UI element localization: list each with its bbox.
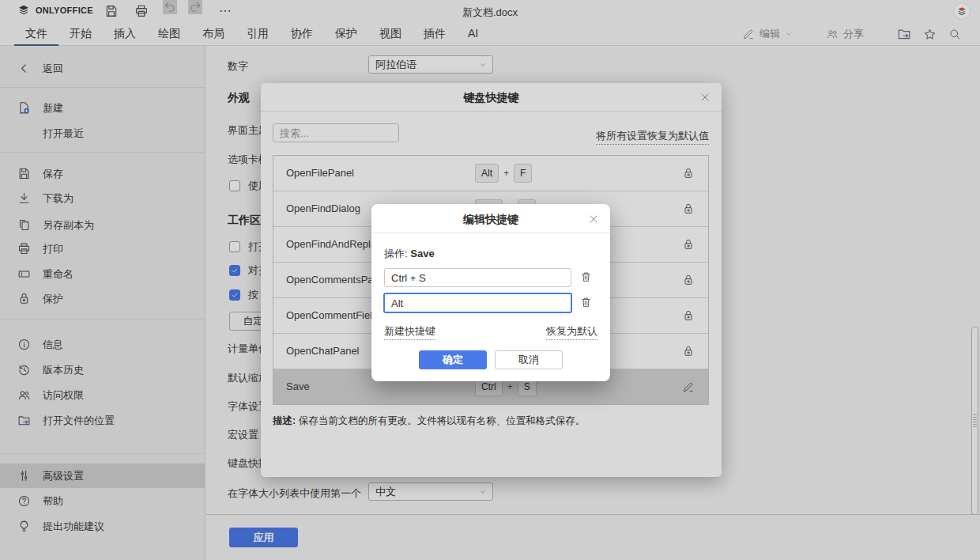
app-window: ONLYOFFICE 新文档.docx 文件 开始 插入 绘图 布局 引用 协作… bbox=[0, 0, 980, 560]
dialog-title: 编辑快捷键 bbox=[371, 213, 610, 227]
edit-shortcut-dialog: 编辑快捷键 操作: Save 新建快捷键 恢复为默认 确定 取消 bbox=[371, 204, 610, 381]
shortcut-input-2[interactable] bbox=[383, 293, 572, 313]
ok-button[interactable]: 确定 bbox=[419, 350, 487, 369]
shortcut-input-1[interactable] bbox=[384, 268, 571, 287]
cancel-button[interactable]: 取消 bbox=[495, 350, 563, 369]
action-value: Save bbox=[410, 248, 434, 259]
trash-icon[interactable] bbox=[580, 271, 592, 283]
action-row: 操作: Save bbox=[384, 247, 435, 261]
new-shortcut-link[interactable]: 新建快捷键 bbox=[384, 324, 435, 340]
dialog-header: 编辑快捷键 bbox=[371, 204, 610, 233]
trash-icon[interactable] bbox=[580, 296, 592, 308]
restore-default-link[interactable]: 恢复为默认 bbox=[546, 324, 597, 340]
close-icon[interactable] bbox=[588, 214, 599, 225]
